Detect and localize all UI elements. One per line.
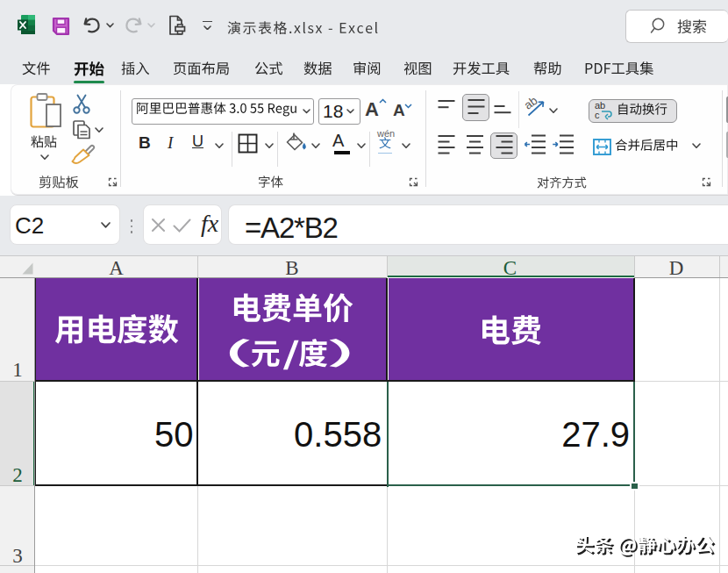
svg-text:c: c: [595, 110, 600, 120]
svg-text:ab: ab: [523, 94, 540, 112]
